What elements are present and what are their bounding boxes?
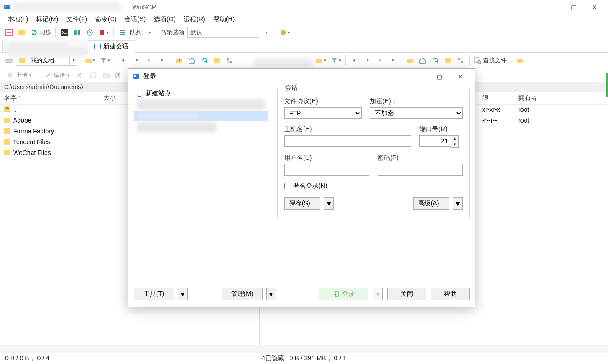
port-down[interactable]: ▼ — [451, 141, 458, 147]
site-item-redacted-2[interactable] — [137, 122, 217, 132]
toolbar-stop-icon[interactable] — [97, 27, 111, 38]
svg-rect-10 — [120, 32, 125, 33]
upload-button[interactable]: 上传 ▾ — [5, 70, 33, 80]
transfer-options-dropdown[interactable] — [260, 27, 272, 38]
minimize-button[interactable]: — — [543, 0, 563, 14]
menu-session[interactable]: 会话(S) — [122, 14, 148, 24]
local-fwd-dd[interactable] — [156, 55, 167, 66]
toolbar-globe-icon[interactable] — [278, 27, 292, 38]
toolbar-icon-2[interactable] — [16, 27, 28, 38]
menu-files[interactable]: 文件(F) — [64, 14, 90, 24]
delete-button[interactable] — [74, 71, 85, 80]
remote-open-icon[interactable] — [314, 55, 328, 66]
svg-rect-3 — [18, 30, 25, 35]
local-back-icon[interactable] — [118, 55, 129, 66]
close-button[interactable]: ✕ — [584, 0, 605, 14]
remote-bookmark-icon[interactable] — [442, 55, 454, 66]
port-up[interactable]: ▲ — [451, 136, 458, 141]
menu-local[interactable]: 本地(L) — [5, 14, 31, 24]
transfer-options-combo[interactable]: 默认 — [187, 27, 259, 38]
user-input[interactable] — [284, 164, 369, 176]
remote-newfolder-icon[interactable] — [514, 55, 526, 66]
tools-button[interactable]: 工具(T) — [134, 288, 174, 300]
site-item-redacted[interactable] — [137, 99, 265, 110]
dialog-help-button[interactable]: 帮助 — [431, 288, 470, 300]
tools-dropdown[interactable]: ▼ — [178, 288, 188, 300]
window-title: WinSCP — [132, 4, 156, 11]
rcol-perm[interactable]: 限 — [479, 92, 515, 104]
save-dropdown[interactable]: ▼ — [324, 197, 334, 210]
remote-fwd-dd[interactable] — [387, 55, 398, 66]
remote-tree-icon[interactable] — [455, 55, 466, 66]
horizontal-scrollbar[interactable] — [0, 345, 608, 353]
local-forward-icon[interactable] — [143, 55, 155, 66]
col-name[interactable]: 名字 ˄ — [0, 92, 100, 104]
session-legend: 会话 — [282, 84, 300, 92]
dialog-minimize[interactable]: — — [408, 70, 429, 83]
menu-help[interactable]: 帮助(H) — [211, 14, 237, 24]
local-back-dd[interactable] — [130, 55, 142, 66]
login-dropdown[interactable]: ▼ — [373, 288, 383, 300]
login-button[interactable]: 登录 — [319, 288, 368, 300]
encryption-select[interactable]: 不加密 — [370, 107, 463, 119]
anonymous-checkbox[interactable]: 匿名登录(N) — [284, 182, 463, 190]
svg-rect-14 — [214, 58, 220, 63]
new-site-item[interactable]: 新建站点 — [134, 88, 268, 98]
remote-refresh-icon[interactable] — [429, 55, 441, 66]
menu-options[interactable]: 选项(O) — [151, 14, 178, 24]
newdir-button[interactable] — [101, 71, 112, 80]
monitor-icon — [137, 91, 143, 96]
host-input[interactable] — [284, 135, 411, 147]
svg-rect-6 — [78, 30, 80, 35]
toolbar-compare-icon[interactable] — [71, 27, 83, 38]
local-refresh-icon[interactable] — [198, 55, 210, 66]
toolbar-icon-1[interactable] — [3, 27, 15, 38]
remote-back-dd[interactable] — [361, 55, 373, 66]
local-filter-icon[interactable] — [98, 55, 112, 66]
toolbar-queue-icon[interactable] — [116, 27, 128, 38]
local-bookmark-icon[interactable] — [211, 55, 223, 66]
remote-up-icon[interactable] — [404, 55, 416, 66]
manage-dropdown[interactable]: ▼ — [266, 288, 276, 300]
tab-new-session[interactable]: 新建会话 — [88, 40, 135, 53]
local-up-icon[interactable] — [173, 55, 185, 66]
menu-commands[interactable]: 命令(C) — [92, 14, 119, 24]
toolbar-sync2-icon[interactable] — [84, 27, 96, 38]
remote-filter-icon[interactable] — [329, 55, 343, 66]
svg-rect-9 — [120, 30, 125, 31]
toolbar-terminal-icon[interactable] — [59, 27, 70, 38]
dialog-close[interactable]: ✕ — [450, 70, 470, 83]
pass-input[interactable] — [378, 164, 463, 176]
dialog-close-button[interactable]: 关闭 — [387, 288, 426, 300]
remote-forward-icon[interactable] — [374, 55, 386, 66]
maximize-button[interactable]: ▢ — [563, 0, 584, 14]
props-button[interactable] — [88, 71, 98, 80]
dialog-maximize[interactable]: ▢ — [429, 70, 450, 83]
local-home-icon[interactable] — [186, 55, 198, 66]
queue-label[interactable]: 队列 — [130, 28, 142, 36]
edit-button[interactable]: 编辑 ▾ — [43, 70, 71, 80]
rcol-owner[interactable]: 拥有者 — [515, 92, 608, 104]
find-files-button[interactable]: 查找文件 — [472, 55, 508, 66]
menu-remote[interactable]: 远程(R) — [181, 14, 207, 24]
svg-rect-17 — [445, 58, 451, 63]
svg-rect-1 — [5, 6, 6, 7]
advanced-button[interactable]: 高级(A)... — [413, 197, 449, 210]
remote-home-icon[interactable] — [417, 55, 428, 66]
advanced-dropdown[interactable]: ▼ — [453, 197, 463, 210]
nav-toolbars: 我的文档 ▾ 查找文件 — [0, 53, 608, 68]
file-protocol-select[interactable]: FTP — [284, 107, 362, 119]
local-tree-icon[interactable] — [224, 55, 235, 66]
save-button[interactable]: 保存(S)... — [284, 197, 320, 210]
site-item-selected[interactable] — [134, 111, 268, 121]
sync-button[interactable]: 同步 — [28, 27, 53, 38]
remote-back-icon[interactable] — [349, 55, 360, 66]
queue-dropdown[interactable] — [143, 27, 155, 38]
port-spinner[interactable]: ▲▼ — [419, 135, 463, 148]
pass-label: 密码(P) — [378, 154, 463, 162]
port-input[interactable] — [419, 135, 451, 147]
menu-mark[interactable]: 标记(M) — [33, 14, 61, 24]
manage-button[interactable]: 管理(M) — [222, 288, 263, 300]
session-panel: 会话 文件协议(E) FTP 加密(E)： 不加密 — [277, 88, 470, 282]
site-list[interactable]: 新建站点 — [134, 88, 268, 282]
